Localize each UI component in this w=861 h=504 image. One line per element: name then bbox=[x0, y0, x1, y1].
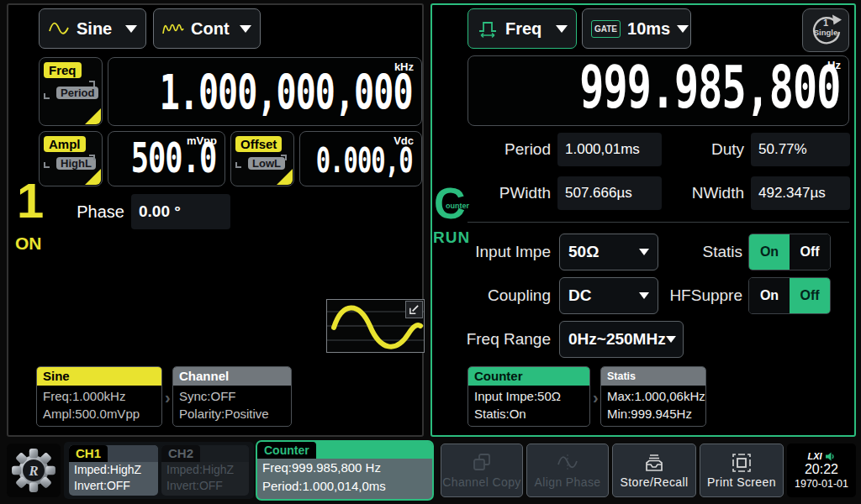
duty-label: Duty bbox=[660, 133, 744, 170]
waveform-preview[interactable] bbox=[326, 299, 425, 353]
ampl-value: 500.0 bbox=[130, 134, 216, 182]
gate-time-label: 10ms bbox=[627, 19, 670, 39]
sine-summary-tab[interactable]: Sine Freq:1.000kHz Ampl:500.0mVpp bbox=[36, 366, 162, 427]
measure-select-dropdown[interactable]: Freq bbox=[467, 8, 577, 49]
coupling-dropdown[interactable]: DC bbox=[559, 277, 658, 314]
ch2-status-button[interactable]: CH2 Imped:HighZ Invert:OFF bbox=[161, 445, 249, 496]
ch2-title: CH2 bbox=[161, 445, 200, 462]
system-clock[interactable]: LXI 20:22 1970-01-01 bbox=[787, 444, 856, 497]
offset-value: 0.000,0 bbox=[316, 140, 413, 181]
freq-value: 1.000,000,000 bbox=[160, 65, 413, 120]
hfsuppre-on-option[interactable]: On bbox=[749, 278, 790, 313]
single-count: 1 bbox=[803, 18, 848, 28]
pwidth-value: 507.666µs bbox=[557, 176, 662, 210]
store-recall-button[interactable]: Store/Recall bbox=[612, 444, 696, 497]
phase-wave-icon bbox=[555, 453, 580, 473]
hfsuppre-label: HFSuppre bbox=[665, 277, 742, 314]
offset-value-display[interactable]: Vdc 0.000,0 bbox=[299, 131, 422, 186]
corner-flag-icon bbox=[85, 108, 101, 124]
counter-status-title: Counter bbox=[257, 442, 316, 459]
counter-summary-tab[interactable]: Counter Input Impe:50Ω Statis:On bbox=[467, 366, 590, 427]
phase-value-field[interactable]: 0.00 ° bbox=[131, 194, 230, 229]
summary-line: Max:1.000,06kHz bbox=[601, 389, 705, 403]
measure-select-label: Freq bbox=[505, 19, 541, 39]
ampl-highl-param-button[interactable]: Ampl HighL bbox=[39, 131, 103, 186]
generator-channel-panel: 1 ON Sine Cont Freq Period kHz 1.000,000… bbox=[7, 3, 424, 437]
statis-summary-tab[interactable]: Statis Max:1.000,06kHz Min:999.945Hz bbox=[600, 366, 706, 427]
store-recall-label: Store/Recall bbox=[620, 475, 688, 489]
nwidth-value-text: 492.347µs bbox=[758, 185, 826, 202]
chevron-right-icon: › bbox=[165, 388, 171, 407]
ampl-value-display[interactable]: mVpp 500.0 bbox=[108, 131, 225, 186]
edit-waveform-button[interactable] bbox=[405, 301, 423, 318]
corner-bracket-icon bbox=[89, 81, 95, 87]
channel-copy-label: Channel Copy bbox=[442, 475, 521, 489]
ch1-line: Invert:OFF bbox=[69, 478, 158, 494]
freq-param-label: Freq bbox=[44, 62, 82, 78]
counter-status-button[interactable]: Counter Freq:999.985,800 Hz Period:1.000… bbox=[256, 440, 434, 501]
statis-label: Statis bbox=[665, 234, 742, 270]
continuous-wave-icon bbox=[162, 20, 184, 37]
pulse-freq-icon bbox=[477, 18, 499, 39]
sine-summary-title: Sine bbox=[37, 367, 161, 386]
statis-on-option[interactable]: On bbox=[749, 234, 790, 270]
counter-badge-word: ounter bbox=[446, 202, 469, 210]
chevron-down-icon bbox=[639, 292, 649, 299]
ch1-line: Imped:HighZ bbox=[69, 462, 158, 478]
chevron-down-icon bbox=[639, 249, 649, 255]
corner-flag-icon bbox=[277, 169, 293, 185]
summary-line: Statis:On bbox=[468, 407, 589, 421]
system-menu-button[interactable]: R bbox=[7, 444, 61, 497]
channel-on-state: ON bbox=[15, 234, 42, 254]
channel-status-group: CH1 Imped:HighZ Invert:OFF CH2 Imped:Hig… bbox=[64, 442, 254, 499]
input-impedance-dropdown[interactable]: 50Ω bbox=[559, 234, 658, 270]
freq-period-param-button[interactable]: Freq Period bbox=[39, 57, 103, 126]
coupling-value: DC bbox=[568, 286, 591, 305]
counter-panel: C ounter RUN Freq GATE 10ms 1 Single Hz … bbox=[430, 3, 856, 437]
phase-value: 0.00 ° bbox=[139, 202, 181, 221]
statis-toggle[interactable]: On Off bbox=[748, 234, 831, 270]
copy-icon bbox=[471, 453, 493, 473]
print-screen-button[interactable]: Print Screen bbox=[700, 444, 784, 497]
print-screen-label: Print Screen bbox=[707, 475, 776, 489]
hfsuppre-toggle[interactable]: On Off bbox=[748, 277, 831, 314]
mode-select-dropdown[interactable]: Cont bbox=[153, 8, 261, 49]
single-trigger-button[interactable]: 1 Single bbox=[802, 8, 849, 52]
edit-pencil-icon bbox=[409, 304, 420, 315]
period-value-text: 1.000,01ms bbox=[565, 141, 640, 158]
gate-time-dropdown[interactable]: GATE 10ms bbox=[582, 8, 691, 49]
corner-bracket-icon bbox=[89, 155, 95, 160]
offset-lowl-param-button[interactable]: Offset LowL bbox=[230, 131, 294, 186]
lxi-logo: LXI bbox=[807, 451, 821, 461]
align-phase-button[interactable]: Align Phase bbox=[526, 444, 609, 497]
ch1-status-button[interactable]: CH1 Imped:HighZ Invert:OFF bbox=[69, 445, 158, 496]
corner-bracket-icon bbox=[281, 155, 287, 160]
period-param-label: Period bbox=[56, 87, 98, 99]
input-impedance-value: 50Ω bbox=[568, 243, 599, 261]
freq-value-display[interactable]: kHz 1.000,000,000 bbox=[108, 57, 422, 126]
statis-off-option[interactable]: Off bbox=[790, 234, 830, 270]
period-label: Period bbox=[467, 133, 551, 170]
channel-summary-title: Channel bbox=[173, 367, 291, 386]
channel-summary-tab[interactable]: Channel Sync:OFF Polarity:Positive bbox=[172, 366, 292, 427]
divider bbox=[467, 222, 849, 223]
date-display: 1970-01-01 bbox=[795, 478, 848, 490]
summary-line: Input Impe:50Ω bbox=[468, 389, 589, 403]
freq-range-dropdown[interactable]: 0Hz~250MHz bbox=[559, 321, 684, 358]
gear-logo-icon: R bbox=[10, 447, 57, 494]
nwidth-label: NWidth bbox=[660, 176, 744, 213]
waveform-select-dropdown[interactable]: Sine bbox=[39, 8, 146, 49]
counter-value: 999.985,800 bbox=[579, 55, 840, 121]
chevron-down-icon bbox=[666, 336, 676, 343]
gate-tag: GATE bbox=[591, 20, 621, 38]
bottom-status-bar: R CH1 Imped:HighZ Invert:OFF CH2 Imped:H… bbox=[0, 440, 861, 504]
summary-line: Polarity:Positive bbox=[173, 407, 291, 421]
hfsuppre-off-option[interactable]: Off bbox=[790, 278, 830, 313]
duty-value: 50.77% bbox=[751, 133, 850, 166]
counter-status-line: Freq:999.985,800 Hz bbox=[257, 459, 432, 477]
svg-text:R: R bbox=[28, 463, 38, 479]
channel-copy-button[interactable]: Channel Copy bbox=[441, 444, 523, 497]
summary-line: Sync:OFF bbox=[173, 389, 291, 403]
summary-line: Ampl:500.0mVpp bbox=[37, 407, 161, 421]
waveform-select-label: Sine bbox=[77, 19, 112, 39]
